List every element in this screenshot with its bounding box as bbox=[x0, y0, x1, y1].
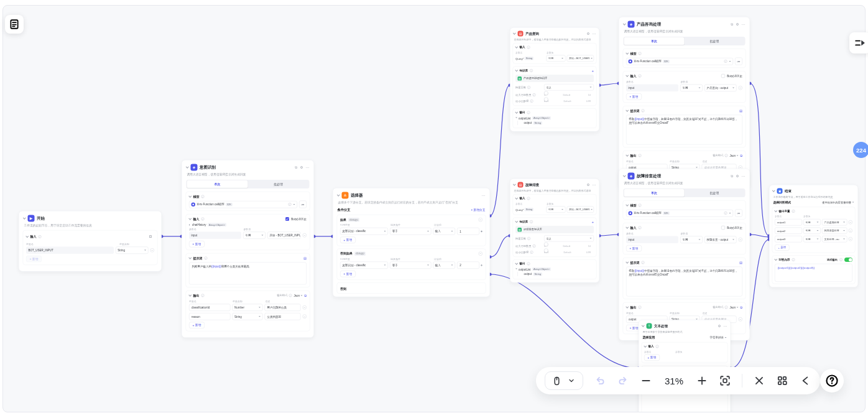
canvas-toolbar[interactable]: 31% bbox=[536, 367, 820, 394]
add-input-button[interactable]: + 新增 bbox=[189, 241, 205, 248]
section-chevron-icon[interactable] bbox=[515, 45, 518, 49]
ref-value-select[interactable]: 产品查询 - output bbox=[704, 85, 737, 92]
output-desc-field[interactable]: 用户问题的分类 bbox=[265, 304, 301, 312]
help-button[interactable] bbox=[820, 369, 844, 392]
output-desc-field[interactable]: 分类的原因 bbox=[265, 313, 301, 320]
max-recall-slider[interactable]: 1Default10 bbox=[544, 244, 591, 248]
value-stepper[interactable] bbox=[481, 230, 482, 233]
cond-select[interactable]: 等于 bbox=[390, 228, 431, 235]
remove-row-icon[interactable] bbox=[739, 86, 743, 90]
ref-value-select[interactable]: 产品咨询处理 bbox=[822, 219, 847, 226]
collapse-chevron-icon[interactable] bbox=[623, 174, 626, 177]
slider-knob[interactable] bbox=[544, 91, 548, 95]
settings-icon[interactable]: ⚙ bbox=[300, 165, 303, 170]
start-input-field[interactable]: BOT_USER_INPUT bbox=[26, 247, 114, 254]
tree-arrow-icon[interactable] bbox=[189, 224, 191, 226]
fit-view-button[interactable] bbox=[719, 374, 731, 387]
input-name-field[interactable]: input bbox=[189, 232, 241, 239]
section-chevron-icon[interactable] bbox=[626, 226, 629, 229]
prompt-library-icon[interactable]: ▤ bbox=[739, 261, 742, 264]
section-chevron-icon[interactable] bbox=[626, 52, 629, 55]
prompt-textarea[interactable]: 提取{{input}}中答案字段，如果没有此字段，则直接返回“对不起，这个问题我… bbox=[626, 115, 742, 145]
ref-value-select[interactable]: 故障排查处理 bbox=[822, 228, 847, 235]
collapse-chevron-icon[interactable] bbox=[23, 216, 26, 220]
start-type-select[interactable]: String bbox=[116, 247, 149, 254]
json-edit-icon[interactable]: ⧉ bbox=[304, 294, 307, 297]
more-icon[interactable]: ⋯ bbox=[593, 32, 596, 36]
section-chevron-icon[interactable] bbox=[626, 203, 629, 207]
duplicate-icon[interactable]: ⧉ bbox=[731, 22, 733, 27]
model-config-button[interactable]: ≔ bbox=[735, 210, 742, 217]
more-icon[interactable]: ⋯ bbox=[482, 193, 486, 198]
prompt-textarea[interactable]: 提取{{input}}中答案字段，如果没有此字段，则直接返回“对不起，这个问题我… bbox=[626, 267, 742, 297]
input-name-field[interactable]: input bbox=[626, 85, 678, 92]
remove-row-icon[interactable] bbox=[303, 233, 307, 238]
collapse-nodes-button[interactable] bbox=[753, 374, 765, 387]
remove-row-icon[interactable] bbox=[849, 220, 853, 225]
ref-var-select[interactable]: 意图识别 - classific bbox=[340, 228, 388, 235]
add-condition-button[interactable]: + 新增 bbox=[340, 271, 356, 277]
min-match-slider[interactable]: 0.01Default0.99 bbox=[544, 99, 591, 103]
more-icon[interactable]: ⋯ bbox=[742, 22, 746, 27]
add-input-button[interactable]: + 新增 bbox=[626, 245, 642, 252]
collapse-chevron-icon[interactable] bbox=[186, 165, 189, 169]
slider-knob[interactable] bbox=[544, 248, 548, 253]
value-stepper[interactable] bbox=[481, 263, 482, 267]
section-chevron-icon[interactable] bbox=[774, 258, 777, 261]
min-match-slider[interactable]: 0.01Default0.99 bbox=[544, 250, 591, 254]
search-strategy-select[interactable]: 语义 bbox=[544, 235, 594, 242]
output-name-field[interactable]: reason bbox=[189, 313, 231, 320]
remove-row-icon[interactable] bbox=[303, 315, 307, 319]
node-start[interactable]: ▶ 开始 工作流的起始节点，用于设定启动工作流需要的信息 输入 i ⊡ 变量名 … bbox=[19, 211, 162, 272]
token-count-badge[interactable]: 224 bbox=[853, 142, 868, 158]
end-var-name[interactable]: output2 bbox=[775, 228, 802, 235]
node-text[interactable]: T 文本处理 ⚙⋯ 用于处理多个字符串类型变量的格式 选择应用 字符串拼接 输入… bbox=[639, 320, 731, 412]
output-format-select[interactable]: Json bbox=[293, 294, 302, 297]
model-select[interactable]: 豆包·Function call模型 32K i bbox=[626, 210, 733, 217]
section-chevron-icon[interactable] bbox=[626, 261, 629, 264]
stream-toggle[interactable] bbox=[844, 258, 852, 262]
collapse-chevron-icon[interactable] bbox=[623, 22, 626, 26]
tab-single[interactable]: 单次 bbox=[624, 37, 685, 45]
add-output-button[interactable]: + 新增 bbox=[189, 322, 205, 329]
cond-select[interactable]: 等于 bbox=[390, 262, 431, 269]
tab-batch[interactable]: 批处理 bbox=[685, 37, 745, 45]
settings-icon[interactable]: ⚙ bbox=[718, 324, 721, 328]
section-chevron-icon[interactable] bbox=[188, 294, 192, 297]
tab-batch[interactable]: 批处理 bbox=[248, 180, 309, 188]
more-icon[interactable]: ⋯ bbox=[306, 165, 310, 170]
collapse-chevron-icon[interactable] bbox=[513, 32, 516, 35]
node-kb-fault[interactable]: ▤ 故障排查 ⚙⋯ 在选定的知识中，根据输入变量召回最匹配的信息，并以列表形式返… bbox=[510, 179, 599, 283]
ref-type-select[interactable]: 引用 bbox=[547, 207, 566, 213]
prompt-library-icon[interactable]: ▤ bbox=[739, 109, 742, 113]
duplicate-icon[interactable]: ⧉ bbox=[295, 165, 297, 170]
section-chevron-icon[interactable] bbox=[515, 220, 518, 223]
slider-knob[interactable] bbox=[544, 97, 548, 101]
ref-value-select[interactable]: 故障排查 - output bbox=[704, 236, 737, 244]
ref-value-select[interactable]: 开始 - BOT_USER bbox=[567, 55, 594, 62]
add-output-var-button[interactable]: + 新增 bbox=[775, 244, 789, 251]
bot-history-checkbox[interactable] bbox=[721, 74, 725, 78]
ref-type-select[interactable]: 引用 bbox=[243, 232, 265, 239]
remove-row-icon[interactable] bbox=[849, 229, 853, 233]
json-edit-icon[interactable]: ⧉ bbox=[740, 305, 742, 309]
ref-value-select[interactable]: 文本处理 - ou bbox=[822, 236, 847, 243]
section-chevron-icon[interactable] bbox=[644, 345, 647, 348]
section-chevron-icon[interactable] bbox=[188, 195, 192, 198]
output-format-select[interactable]: Json bbox=[729, 154, 738, 157]
val-type-select[interactable]: 输入 bbox=[433, 228, 455, 235]
bot-history-checkbox[interactable] bbox=[285, 217, 289, 221]
remove-branch-icon[interactable] bbox=[479, 218, 483, 222]
ref-var-select[interactable]: 意图识别 - classific bbox=[340, 262, 388, 269]
end-var-name[interactable]: output3 bbox=[775, 236, 802, 243]
output-format-select[interactable]: Json bbox=[729, 306, 738, 309]
model-config-button[interactable]: ≔ bbox=[299, 201, 307, 208]
branch-else[interactable]: 否则 bbox=[337, 282, 486, 294]
input-name-field[interactable]: input bbox=[626, 236, 678, 244]
node-llm-fault[interactable]: ◈ 故障排查处理 ⧉⚙⋯ 调用大语言模型，使用变量和提示词生成回复 单次 批处理… bbox=[619, 169, 750, 341]
notes-button[interactable] bbox=[5, 15, 24, 34]
settings-icon[interactable]: ⚙ bbox=[736, 22, 739, 27]
add-input-button[interactable]: + 新增 bbox=[626, 93, 642, 100]
ref-type-select[interactable]: 引用 bbox=[803, 219, 821, 226]
remove-row-icon[interactable] bbox=[150, 248, 155, 253]
